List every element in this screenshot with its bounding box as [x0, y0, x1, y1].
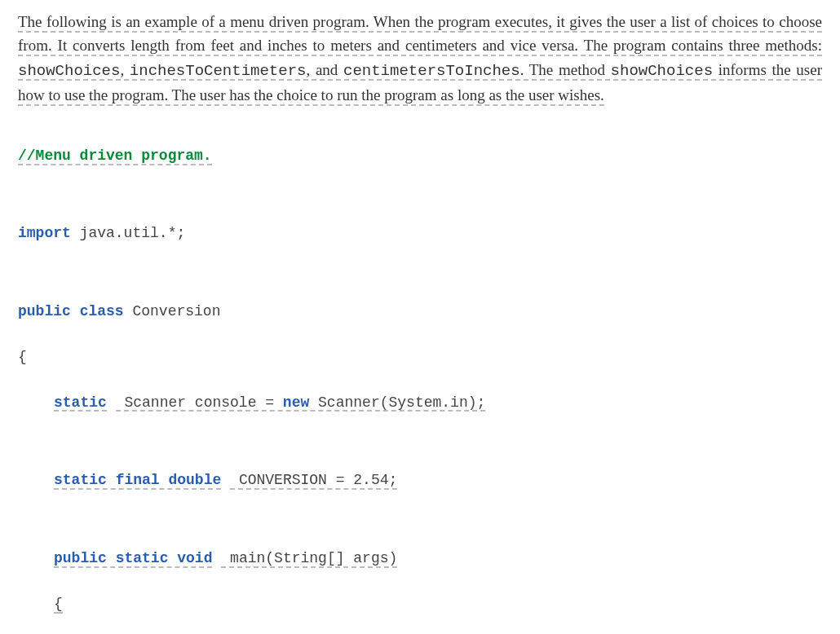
code-comment: //Menu driven program. [18, 147, 212, 164]
constant-text: CONVERSION = 2.54; [230, 472, 397, 488]
main-signature: main(String[] args) [221, 550, 397, 566]
main-open-brace: { [54, 596, 63, 612]
class-name: Conversion [124, 303, 221, 319]
description-text: The following is an example of a menu dr… [18, 13, 822, 106]
double-kw: double [168, 472, 221, 488]
static-keyword: static [54, 394, 107, 411]
code-block: //Menu driven program. import java.util.… [18, 122, 822, 634]
public-keyword: public [18, 303, 71, 319]
program-description: The following is an example of a menu dr… [18, 10, 822, 108]
new-keyword: new [283, 394, 309, 411]
static-kw3: static [116, 550, 169, 566]
scanner-text1: Scanner console = [116, 394, 283, 411]
import-text: java.util.*; [71, 225, 185, 241]
class-keyword: class [80, 303, 124, 319]
final-kw: final [116, 472, 160, 488]
static-kw2: static [54, 472, 107, 488]
scanner-text2: Scanner(System.in); [309, 394, 485, 411]
void-kw: void [177, 550, 212, 566]
class-open-brace: { [18, 349, 27, 365]
import-keyword: import [18, 225, 71, 241]
public-kw2: public [54, 550, 107, 566]
